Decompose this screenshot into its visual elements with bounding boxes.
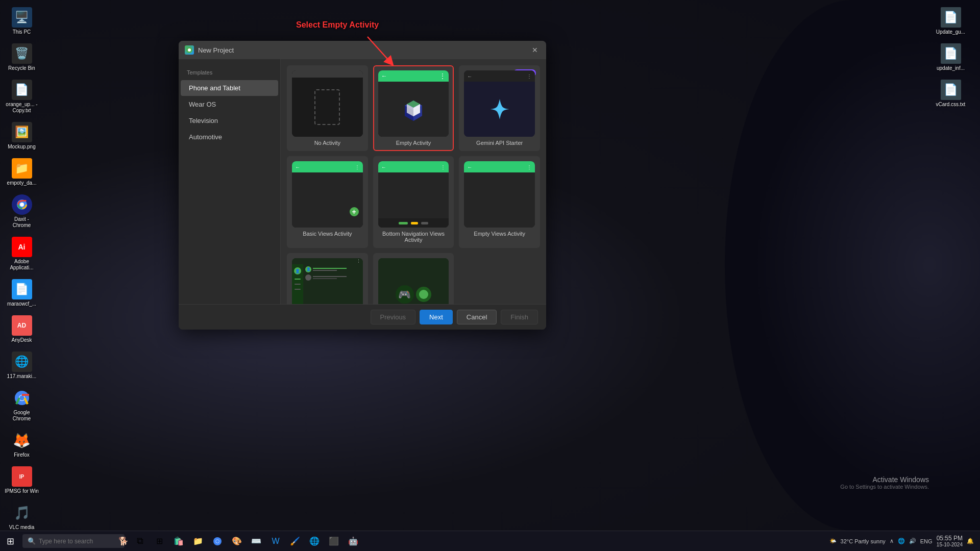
desktop-icon-daxit[interactable]: Daxit - Chrome	[3, 192, 41, 231]
dialog-footer: Previous Next Cancel Finish	[179, 304, 546, 330]
activate-windows-title: Activate Windows	[840, 475, 929, 484]
desktop-icon-empoty[interactable]: 📁 empoty_da...	[3, 156, 41, 188]
template-card-empty-activity[interactable]: ← ⋮	[373, 65, 454, 151]
activate-windows: Activate Windows Go to Settings to activ…	[840, 475, 929, 490]
sidebar-item-phone-tablet[interactable]: Phone and Tablet	[181, 80, 278, 96]
taskbar-right: 🌤️ 32°C Partly sunny ∧ 🌐 🔊 ENG 05:55 PM …	[823, 535, 980, 547]
system-tray-up[interactable]: ∧	[890, 538, 894, 544]
svg-point-2	[19, 395, 24, 400]
template-card-bottom-nav[interactable]: ← ⋮	[373, 156, 454, 248]
taskbar-explorer[interactable]: 📁	[189, 532, 207, 550]
template-preview-bottom-nav: ← ⋮	[378, 161, 449, 228]
template-preview-empty-activity: ← ⋮	[378, 70, 449, 137]
dialog-titlebar: New Project ✕	[179, 41, 546, 59]
template-card-empty-views[interactable]: ← ⋮ Empty Views Activity	[459, 156, 540, 248]
template-label-basic-views: Basic Views Activity	[292, 231, 363, 237]
template-label-no-activity: No Activity	[292, 140, 363, 146]
taskbar-apps: ⧉ ⊞ 🛍️ 📁 🎨 ⌨️ W 🖌️ 🌐 ⬛ 🤖	[131, 532, 823, 550]
template-card-gemini[interactable]: Preview ← ⋮	[459, 65, 540, 151]
desktop-icons-right: 📄 Update_gu... 📄 update_inf... 📄 vCard.c…	[929, 0, 975, 115]
activate-windows-subtitle: Go to Settings to activate Windows.	[840, 484, 929, 490]
desktop-icon-orange-up[interactable]: 📄 orange_up... - Copy.txt	[3, 78, 41, 116]
volume-icon: 🔊	[909, 538, 916, 544]
taskbar-widgets[interactable]: ⊞	[150, 532, 168, 550]
annotation-text: Select Empty Activity	[296, 20, 379, 29]
taskbar: ⊞ 🔍 🐕 ⧉ ⊞ 🛍️ 📁 🎨 ⌨️ W 🖌️ 🌐 ⬛ 🤖 🌤️ 32°C P…	[0, 531, 980, 551]
next-button[interactable]: Next	[420, 310, 453, 324]
desktop-icon-mockup[interactable]: 🖼️ Mockup.png	[3, 120, 41, 152]
dog-mascot-icon: 🐕	[118, 536, 129, 546]
taskbar-task-view[interactable]: ⧉	[131, 532, 149, 550]
template-card-game[interactable]: 🎮 Game Activity	[373, 253, 454, 304]
dialog-title-left: New Project	[185, 45, 234, 55]
desktop-icon-vlc[interactable]: 🎵 VLC media player	[3, 500, 41, 531]
taskbar-terminal[interactable]: ⬛	[325, 532, 343, 550]
previous-button[interactable]: Previous	[371, 310, 416, 324]
weather-text: 32°C Partly sunny	[841, 538, 886, 544]
template-preview-gemini: ← ⋮	[464, 70, 535, 137]
desktop-icon-vcard[interactable]: 📄 vCard.css.txt	[932, 78, 970, 110]
desktop-icon-maraowcf[interactable]: 📄 maraowcf_...	[3, 277, 41, 309]
network-icon: 🌐	[898, 538, 905, 544]
finish-button[interactable]: Finish	[501, 310, 538, 324]
sidebar-item-automotive[interactable]: Automotive	[181, 129, 278, 145]
desktop-icon-update-inf[interactable]: 📄 update_inf...	[932, 41, 970, 73]
cancel-button[interactable]: Cancel	[457, 310, 497, 324]
taskbar-word[interactable]: W	[266, 532, 285, 550]
template-label-empty-views: Empty Views Activity	[464, 231, 535, 237]
taskbar-search-box[interactable]: 🔍 🐕	[22, 534, 125, 548]
template-label-gemini: Gemini API Starter	[464, 140, 535, 146]
taskbar-paint[interactable]: 🖌️	[286, 532, 304, 550]
dialog-content: No Activity ← ⋮	[281, 59, 546, 304]
search-icon: 🔍	[28, 537, 36, 545]
taskbar-vscode[interactable]: ⌨️	[247, 532, 265, 550]
dialog-body: Templates Phone and Tablet Wear OS Telev…	[179, 59, 546, 304]
desktop-icon-recycle-bin[interactable]: 🗑️ Recycle Bin	[3, 41, 41, 73]
template-preview-list-detail: ⋮ 👤	[292, 258, 363, 304]
dialog-title-text: New Project	[198, 46, 234, 54]
desktop-icon-117maraki[interactable]: 🌐 117.maraki...	[3, 349, 41, 382]
desktop-icons-left: 🖥️ This PC 🗑️ Recycle Bin 📄 orange_up...…	[0, 0, 61, 531]
dialog-sidebar: Templates Phone and Tablet Wear OS Telev…	[179, 59, 281, 304]
start-button[interactable]: ⊞	[0, 531, 20, 552]
taskbar-android-studio[interactable]: 🤖	[344, 532, 362, 550]
template-preview-empty-views: ← ⋮	[464, 161, 535, 228]
template-preview-basic-views: ← ⋮ +	[292, 161, 363, 228]
desktop-icon-anydesk[interactable]: AD AnyDesk	[3, 313, 41, 345]
sidebar-item-wear-os[interactable]: Wear OS	[181, 96, 278, 112]
svg-point-14	[216, 540, 219, 543]
svg-point-4	[188, 48, 191, 52]
desktop-icon-update-gu[interactable]: 📄 Update_gu...	[932, 5, 970, 37]
template-card-basic-views[interactable]: ← ⋮ + Basic Views Activity	[287, 156, 368, 248]
template-card-no-activity[interactable]: No Activity	[287, 65, 368, 151]
template-label-bottom-nav: Bottom Navigation Views Activity	[378, 231, 449, 243]
clock-date: 15-10-2024	[937, 542, 963, 547]
template-preview-game: 🎮	[378, 258, 449, 304]
desktop-icon-this-pc[interactable]: 🖥️ This PC	[3, 5, 41, 37]
taskbar-clock[interactable]: 05:55 PM 15-10-2024	[937, 535, 963, 547]
taskbar-chrome-pinned[interactable]	[208, 532, 227, 550]
annotation: Select Empty Activity	[296, 20, 379, 30]
notification-icon[interactable]: 🔔	[967, 538, 974, 544]
taskbar-store[interactable]: 🛍️	[169, 532, 188, 550]
clock-time: 05:55 PM	[937, 535, 963, 542]
template-label-empty-activity: Empty Activity	[378, 140, 449, 146]
template-preview-no-activity	[292, 70, 363, 137]
language-indicator: ENG	[920, 538, 933, 544]
android-studio-icon	[185, 45, 194, 55]
taskbar-chrome2[interactable]: 🌐	[305, 532, 324, 550]
desktop: 🖥️ This PC 🗑️ Recycle Bin 📄 orange_up...…	[0, 0, 980, 531]
sidebar-section-label: Templates	[179, 67, 280, 80]
desktop-icon-ipmsg[interactable]: IP IPMSG for Win	[3, 464, 41, 496]
sidebar-item-television[interactable]: Television	[181, 113, 278, 129]
taskbar-figma[interactable]: 🎨	[228, 532, 246, 550]
template-card-list-detail[interactable]: ⋮ 👤	[287, 253, 368, 304]
desktop-icon-adobe[interactable]: Ai Adobe Applicati...	[3, 235, 41, 273]
dialog-close-button[interactable]: ✕	[530, 45, 540, 55]
new-project-dialog: New Project ✕ Templates Phone and Tablet…	[179, 41, 546, 330]
weather-icon: 🌤️	[829, 538, 837, 544]
desktop-icon-firefox[interactable]: 🦊 Firefox	[3, 428, 41, 460]
search-input[interactable]	[39, 538, 115, 545]
templates-grid: No Activity ← ⋮	[287, 65, 540, 304]
desktop-icon-chrome[interactable]: Google Chrome	[3, 386, 41, 424]
